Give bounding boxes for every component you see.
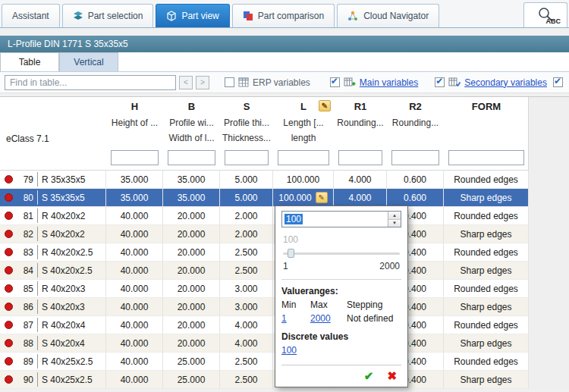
tab-cloud-navigator[interactable]: Cloud Navigator [337, 4, 439, 27]
tab-table[interactable]: Table [0, 52, 59, 71]
table-row[interactable]: 80 S 35x35x5 35.000 35.000 5.000 100.000… [0, 189, 529, 207]
cell-form[interactable]: Sharp edges [444, 371, 529, 389]
cell-h[interactable]: 40.000 [106, 262, 163, 280]
find-in-table-input[interactable] [5, 75, 176, 90]
row-name-cell[interactable]: 81 R 40x20x2 [0, 207, 106, 225]
table-row[interactable]: 86 S 40x20x3 40.000 20.000 3.000 0.400 S… [0, 298, 529, 316]
cell-h[interactable]: 40.000 [106, 225, 163, 243]
cell-s[interactable]: 2.500 [220, 371, 273, 389]
cell-h[interactable]: 35.000 [106, 171, 163, 189]
cell-b[interactable]: 35.000 [163, 171, 220, 189]
filter-l-input[interactable] [278, 150, 329, 165]
cell-s[interactable]: 2.000 [220, 207, 273, 225]
tab-part-comparison[interactable]: Part comparison [232, 4, 335, 27]
row-name-cell[interactable]: 86 S 40x20x3 [0, 298, 106, 316]
accept-button[interactable]: ✔ [364, 369, 374, 383]
cell-s[interactable]: 3.000 [220, 280, 273, 298]
cell-b[interactable]: 20.000 [163, 243, 220, 262]
spin-up-button[interactable]: ▲ [388, 212, 401, 219]
cell-s[interactable]: 2.500 [220, 353, 273, 371]
table-row[interactable]: 81 R 40x20x2 40.000 20.000 2.000 0.400 R… [0, 207, 529, 225]
cell-form[interactable]: Rounded edges [444, 207, 529, 225]
edit-column-icon[interactable]: ✎ [319, 100, 331, 111]
cell-form[interactable]: Sharp edges [444, 298, 529, 316]
cell-s[interactable]: 3.000 [220, 298, 273, 316]
secondary-variables-checkbox[interactable] [435, 77, 445, 87]
table-row[interactable]: 90 S 40x25x2.5 40.000 25.000 2.500 0.400… [0, 371, 529, 389]
filter-form-input[interactable] [448, 150, 524, 165]
cell-s[interactable]: 5.000 [220, 189, 273, 207]
cell-form[interactable]: Sharp edges [444, 225, 529, 243]
cell-s[interactable]: 2.500 [220, 262, 273, 280]
tab-part-selection[interactable]: Part selection [62, 4, 154, 27]
cell-h[interactable]: 35.000 [106, 189, 163, 207]
cell-b[interactable]: 20.000 [163, 316, 220, 334]
tab-assistant[interactable]: Assistant [2, 4, 60, 27]
row-name-cell[interactable]: 88 S 40x20x4 [0, 334, 106, 353]
main-variables-link[interactable]: Main variables [360, 77, 418, 88]
cell-form[interactable]: Sharp edges [444, 262, 529, 280]
cell-s[interactable]: 4.000 [220, 316, 273, 334]
cell-form[interactable]: Rounded edges [444, 171, 529, 189]
table-row[interactable]: 85 R 40x20x3 40.000 20.000 3.000 0.400 R… [0, 280, 529, 298]
cell-b[interactable]: 20.000 [163, 262, 220, 280]
cell-form[interactable]: Rounded edges [444, 316, 529, 334]
additional-variables-checkbox[interactable] [553, 77, 563, 87]
table-row[interactable]: 83 R 40x20x2.5 40.000 20.000 2.500 0.400… [0, 243, 529, 262]
cell-b[interactable]: 20.000 [163, 207, 220, 225]
max-value-link[interactable]: 2000 [310, 313, 331, 324]
cell-s[interactable]: 5.000 [220, 171, 273, 189]
secondary-variables-link[interactable]: Secondary variables [464, 77, 547, 88]
cell-l[interactable]: 100.000 [273, 171, 334, 189]
cell-r2[interactable]: 0.600 [387, 189, 444, 207]
cell-b[interactable]: 20.000 [163, 298, 220, 316]
cell-l[interactable]: 100.000 ✎ [273, 189, 334, 207]
cell-b[interactable]: 20.000 [163, 280, 220, 298]
cell-form[interactable]: Sharp edges [444, 189, 529, 207]
cell-h[interactable]: 40.000 [106, 371, 163, 389]
cell-h[interactable]: 40.000 [106, 280, 163, 298]
fulltext-search-button[interactable]: ABC [523, 2, 567, 27]
slider-handle[interactable] [288, 249, 294, 258]
row-name-cell[interactable]: 89 R 40x25x2.5 [0, 353, 106, 371]
edit-value-icon[interactable]: ✎ [316, 192, 328, 203]
filter-b-input[interactable] [168, 150, 215, 165]
next-match-button[interactable]: > [196, 76, 209, 89]
cell-h[interactable]: 40.000 [106, 207, 163, 225]
filter-r2-input[interactable] [391, 150, 439, 165]
erp-variables-checkbox[interactable] [225, 77, 234, 87]
cell-h[interactable]: 40.000 [106, 298, 163, 316]
table-row[interactable]: 88 S 40x20x4 40.000 20.000 4.000 0.400 S… [0, 334, 529, 353]
prev-match-button[interactable]: < [179, 76, 193, 89]
cell-h[interactable]: 40.000 [106, 353, 163, 371]
cell-r2[interactable]: 0.600 [387, 171, 444, 189]
table-row[interactable]: 87 R 40x20x4 40.000 20.000 4.000 0.400 R… [0, 316, 529, 334]
cell-s[interactable]: 2.000 [220, 225, 273, 243]
value-spinbox[interactable]: 100 ▲ ▼ [281, 211, 401, 227]
spinbox-value[interactable]: 100 [284, 214, 303, 224]
cell-h[interactable]: 40.000 [106, 316, 163, 334]
cell-form[interactable]: Rounded edges [444, 243, 529, 262]
filter-h-input[interactable] [111, 150, 159, 165]
main-variables-checkbox[interactable] [330, 77, 340, 87]
tab-part-view[interactable]: Part view [156, 4, 229, 27]
row-name-cell[interactable]: 90 S 40x25x2.5 [0, 371, 106, 389]
spin-down-button[interactable]: ▼ [388, 219, 401, 227]
row-name-cell[interactable]: 87 R 40x20x4 [0, 316, 106, 334]
filter-s-input[interactable] [225, 150, 269, 165]
cell-b[interactable]: 20.000 [163, 225, 220, 243]
cell-b[interactable]: 20.000 [163, 334, 220, 353]
value-slider[interactable] [283, 248, 400, 259]
row-name-cell[interactable]: 84 S 40x20x2.5 [0, 262, 106, 280]
table-row[interactable]: 79 R 35x35x5 35.000 35.000 5.000 100.000… [0, 171, 529, 189]
cell-s[interactable]: 4.000 [220, 334, 273, 353]
row-name-cell[interactable]: 80 S 35x35x5 [0, 189, 106, 207]
cell-form[interactable]: Sharp edges [444, 334, 529, 353]
cell-form[interactable]: Rounded edges [444, 353, 529, 371]
cell-b[interactable]: 25.000 [163, 371, 220, 389]
filter-r1-input[interactable] [338, 150, 382, 165]
cell-h[interactable]: 40.000 [106, 334, 163, 353]
cell-r1[interactable]: 4.000 [334, 189, 387, 207]
tab-vertical[interactable]: Vertical [59, 52, 118, 71]
cell-form[interactable]: Rounded edges [444, 280, 529, 298]
